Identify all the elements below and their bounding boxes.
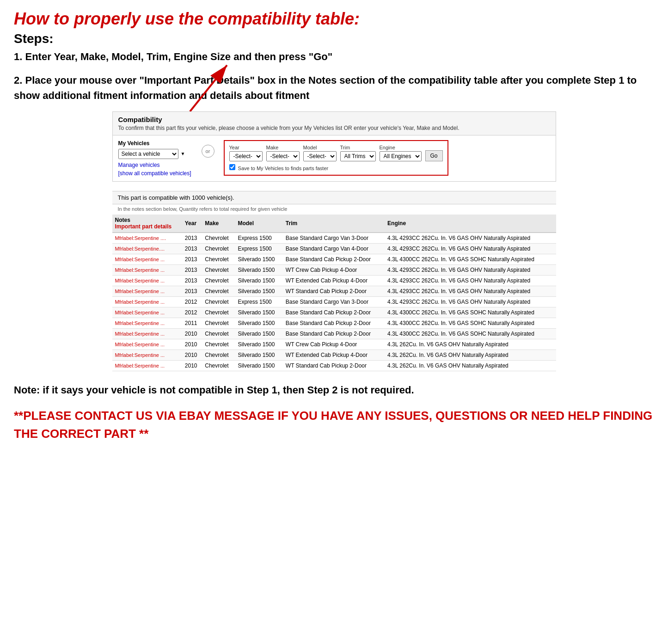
quantity-note: In the notes section below, Quantity ref… [112, 204, 556, 215]
table-cell: Chevrolet [202, 275, 235, 286]
go-button[interactable]: Go [425, 150, 443, 161]
compat-count-bar: This part is compatible with 1000 vehicl… [112, 191, 556, 204]
table-cell: Chevrolet [202, 264, 235, 275]
model-select[interactable]: -Select- [303, 151, 337, 161]
table-row: Mfrlabel:Serpentine ...2010ChevroletSilv… [112, 328, 556, 339]
table-cell: Chevrolet [202, 233, 235, 244]
table-cell: Mfrlabel:Serpentine .... [112, 233, 182, 244]
table-cell: Express 1500 [235, 296, 282, 307]
manage-vehicles-link[interactable]: Manage vehicles [118, 162, 192, 168]
year-make-form: Year -Select- Make -Select- Model [224, 140, 448, 176]
table-row: Mfrlabel:Serpentine ...2013ChevroletSilv… [112, 286, 556, 296]
show-all-vehicles-link[interactable]: [show all compatible vehicles] [118, 170, 192, 177]
table-cell: Silverado 1500 [235, 350, 282, 360]
table-cell: Base Standard Cargo Van 3-Door [283, 233, 385, 244]
table-row: Mfrlabel:Serpentine ...2013ChevroletSilv… [112, 275, 556, 286]
compat-table-wrapper: Notes Important part details Year Make M… [112, 215, 556, 371]
year-select[interactable]: -Select- [229, 151, 263, 161]
table-row: Mfrlabel:Serpentine ...2011ChevroletSilv… [112, 318, 556, 328]
engine-label: Engine [380, 145, 422, 150]
table-cell: Mfrlabel:Serpentine.... [112, 243, 182, 254]
table-cell: Silverado 1500 [235, 307, 282, 318]
table-row: Mfrlabel:Serpentine ...2010ChevroletSilv… [112, 350, 556, 360]
table-cell: 4.3L 4300CC 262Cu. In. V6 GAS SOHC Natur… [385, 328, 556, 339]
table-cell: 4.3L 4293CC 262Cu. In. V6 GAS OHV Natura… [385, 233, 556, 244]
table-cell: 4.3L 4293CC 262Cu. In. V6 GAS OHV Natura… [385, 243, 556, 254]
trim-label: Trim [340, 145, 376, 150]
table-cell: WT Extended Cab Pickup 4-Door [283, 275, 385, 286]
table-cell: WT Standard Cab Pickup 2-Door [283, 286, 385, 296]
step1-text: 1. Enter Year, Make, Model, Trim, Engine… [14, 50, 654, 64]
col-header-notes: Notes Important part details [112, 215, 182, 233]
table-cell: 2012 [182, 307, 202, 318]
table-row: Mfrlabel:Serpentine ...2010ChevroletSilv… [112, 360, 556, 371]
col-header-trim: Trim [283, 215, 385, 233]
table-cell: 4.3L 4300CC 262Cu. In. V6 GAS SOHC Natur… [385, 254, 556, 264]
table-cell: 2010 [182, 360, 202, 371]
note-text: Note: if it says your vehicle is not com… [14, 382, 654, 398]
or-divider: or [202, 145, 214, 158]
col-header-engine: Engine [385, 215, 556, 233]
table-cell: Silverado 1500 [235, 328, 282, 339]
col-header-make: Make [202, 215, 235, 233]
trim-select[interactable]: All Trims [340, 151, 376, 161]
table-cell: Mfrlabel:Serpentine ... [112, 360, 182, 371]
step2-text: 2. Place your mouse over "Important Part… [14, 73, 654, 103]
table-cell: Base Standard Cargo Van 3-Door [283, 296, 385, 307]
model-label: Model [303, 145, 337, 150]
table-cell: Silverado 1500 [235, 318, 282, 328]
dropdown-arrow-icon: ▼ [181, 151, 185, 156]
table-cell: Silverado 1500 [235, 264, 282, 275]
ymmt-row: Year -Select- Make -Select- Model [229, 145, 443, 161]
table-cell: Mfrlabel:Serpentine ... [112, 264, 182, 275]
save-vehicles-checkbox[interactable] [229, 164, 235, 170]
table-cell: Chevrolet [202, 339, 235, 350]
vehicle-select-dropdown[interactable]: Select a vehicle [118, 149, 178, 159]
table-cell: 2013 [182, 254, 202, 264]
year-group: Year -Select- [229, 145, 263, 161]
table-cell: 2011 [182, 318, 202, 328]
table-cell: Base Standard Cargo Van 4-Door [283, 243, 385, 254]
table-cell: Mfrlabel:Serpentine ... [112, 318, 182, 328]
table-row: Mfrlabel:Serpentine....2013ChevroletExpr… [112, 243, 556, 254]
table-cell: 2013 [182, 264, 202, 275]
make-select[interactable]: -Select- [266, 151, 300, 161]
table-cell: 2010 [182, 350, 202, 360]
table-cell: Chevrolet [202, 254, 235, 264]
table-cell: Mfrlabel:Serpentine ... [112, 307, 182, 318]
table-cell: 4.3L 4293CC 262Cu. In. V6 GAS OHV Natura… [385, 275, 556, 286]
compat-desc: To confirm that this part fits your vehi… [118, 125, 550, 131]
my-vehicles-label: My Vehicles [118, 140, 192, 147]
table-row: Mfrlabel:Serpentine ...2010ChevroletSilv… [112, 339, 556, 350]
table-cell: WT Crew Cab Pickup 4-Door [283, 264, 385, 275]
table-cell: Chevrolet [202, 286, 235, 296]
table-cell: 4.3L 4293CC 262Cu. In. V6 GAS OHV Natura… [385, 286, 556, 296]
vehicle-select-row: Select a vehicle ▼ [118, 149, 192, 159]
save-checkbox-row: Save to My Vehicles to finds parts faste… [229, 164, 443, 171]
table-cell: WT Standard Cab Pickup 2-Door [283, 360, 385, 371]
engine-select[interactable]: All Engines [380, 151, 422, 161]
table-cell: Express 1500 [235, 233, 282, 244]
table-cell: Base Standard Cab Pickup 2-Door [283, 318, 385, 328]
save-vehicles-label: Save to My Vehicles to finds parts faste… [238, 166, 329, 171]
table-row: Mfrlabel:Serpentine ...2013ChevroletSilv… [112, 264, 556, 275]
my-vehicles-section: My Vehicles Select a vehicle ▼ Manage ve… [118, 140, 192, 177]
table-cell: 2013 [182, 275, 202, 286]
year-label: Year [229, 145, 263, 150]
table-cell: Base Standard Cab Pickup 2-Door [283, 254, 385, 264]
table-cell: 4.3L 4300CC 262Cu. In. V6 GAS SOHC Natur… [385, 318, 556, 328]
table-cell: WT Crew Cab Pickup 4-Door [283, 339, 385, 350]
compat-title: Compatibility [118, 116, 550, 123]
table-cell: Base Standard Cab Pickup 2-Door [283, 328, 385, 339]
table-cell: 4.3L 262Cu. In. V6 GAS OHV Naturally Asp… [385, 350, 556, 360]
table-cell: Chevrolet [202, 360, 235, 371]
table-cell: Mfrlabel:Serpentine ... [112, 339, 182, 350]
table-row: Mfrlabel:Serpentine ....2013ChevroletExp… [112, 233, 556, 244]
table-cell: Base Standard Cab Pickup 2-Door [283, 307, 385, 318]
col-header-year: Year [182, 215, 202, 233]
table-cell: Silverado 1500 [235, 286, 282, 296]
model-group: Model -Select- [303, 145, 337, 161]
table-cell: Express 1500 [235, 243, 282, 254]
table-cell: 2012 [182, 296, 202, 307]
make-label: Make [266, 145, 300, 150]
